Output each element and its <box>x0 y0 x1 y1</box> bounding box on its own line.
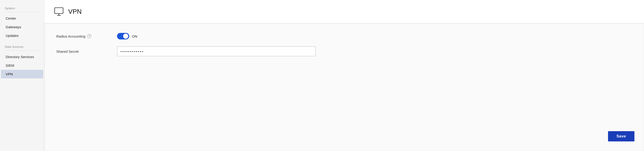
system-section-label: System <box>0 5 44 11</box>
toggle-on-label: ON <box>132 34 137 38</box>
radius-accounting-row: Radius Accounting ? ON <box>56 33 632 39</box>
sidebar-item-label-siem: SIEM <box>6 63 14 67</box>
save-button[interactable]: Save <box>608 131 634 142</box>
sidebar-item-label-center: Center <box>6 16 16 20</box>
sidebar-item-vpn[interactable]: VPN <box>1 70 43 78</box>
radius-accounting-label: Radius Accounting ? <box>56 34 117 38</box>
system-divider <box>5 12 40 12</box>
sidebar-item-directory-services[interactable]: Directory Services <box>1 52 43 61</box>
sidebar-item-siem[interactable]: SIEM <box>1 61 43 70</box>
svg-rect-0 <box>55 8 63 13</box>
monitor-icon <box>54 6 64 17</box>
shared-secret-row: Shared Secret <box>56 46 632 56</box>
sidebar-item-label-directory-services: Directory Services <box>6 55 34 59</box>
sidebar: System Center Gateways Updates Data Sour… <box>0 0 44 151</box>
radius-accounting-help-icon[interactable]: ? <box>87 34 91 38</box>
toggle-slider <box>117 33 129 39</box>
radius-accounting-toggle[interactable] <box>117 33 129 39</box>
sidebar-item-label-updates: Updates <box>6 34 19 38</box>
main-content: VPN Radius Accounting ? ON Shared Secret <box>44 0 644 151</box>
shared-secret-label-text: Shared Secret <box>56 49 79 53</box>
data-sources-section-label: Data Sources <box>0 43 44 49</box>
radius-accounting-label-text: Radius Accounting <box>56 34 85 38</box>
sidebar-item-label-gateways: Gateways <box>6 25 21 29</box>
sidebar-item-updates[interactable]: Updates <box>1 31 43 40</box>
shared-secret-label: Shared Secret <box>56 49 117 53</box>
sidebar-item-label-vpn: VPN <box>6 72 13 76</box>
shared-secret-input[interactable] <box>117 46 316 56</box>
content-area: Radius Accounting ? ON Shared Secret Sav… <box>44 23 644 151</box>
sidebar-item-center[interactable]: Center <box>1 14 43 23</box>
data-sources-divider <box>5 50 40 51</box>
radius-accounting-toggle-container: ON <box>117 33 137 39</box>
sidebar-item-gateways[interactable]: Gateways <box>1 23 43 31</box>
page-title: VPN <box>68 8 82 15</box>
page-header: VPN <box>44 0 644 23</box>
